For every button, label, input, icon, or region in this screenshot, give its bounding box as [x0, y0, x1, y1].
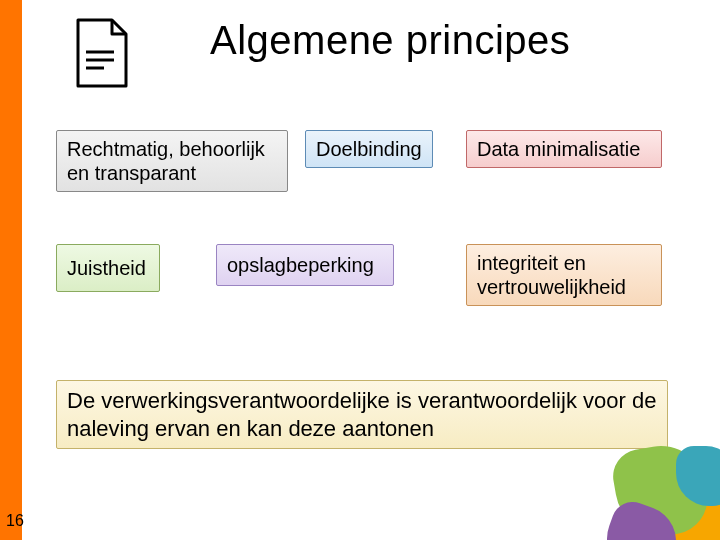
- chip-label: integriteit en vertrouwelijkheid: [477, 251, 651, 299]
- chip-label: Data minimalisatie: [477, 137, 640, 161]
- accent-bar: [0, 0, 22, 540]
- document-icon: [74, 18, 130, 92]
- page-number: 16: [4, 512, 26, 530]
- principle-storage: opslagbeperking: [216, 244, 394, 286]
- principle-accuracy: Juistheid: [56, 244, 160, 292]
- chip-label: Juistheid: [67, 256, 146, 280]
- accountability-note: De verwerkingsverantwoordelijke is veran…: [56, 380, 668, 449]
- chip-label: opslagbeperking: [227, 253, 374, 277]
- principle-minimisation: Data minimalisatie: [466, 130, 662, 168]
- corner-decoration: [596, 416, 720, 540]
- principle-integrity: integriteit en vertrouwelijkheid: [466, 244, 662, 306]
- principle-lawful: Rechtmatig, behoorlijk en transparant: [56, 130, 288, 192]
- chip-label: Doelbinding: [316, 137, 422, 161]
- principle-purpose: Doelbinding: [305, 130, 433, 168]
- footer-text: De verwerkingsverantwoordelijke is veran…: [67, 387, 657, 442]
- slide-title: Algemene principes: [210, 18, 570, 63]
- chip-label: Rechtmatig, behoorlijk en transparant: [67, 137, 277, 185]
